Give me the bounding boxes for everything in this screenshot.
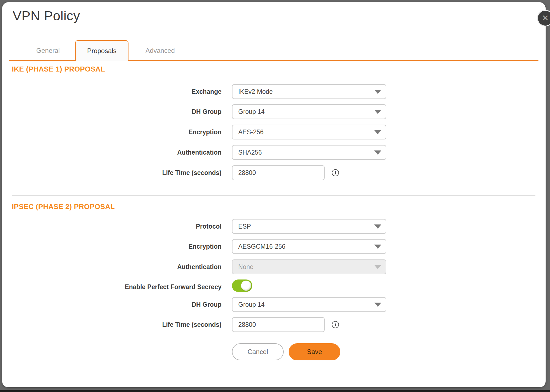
chevron-down-icon [374,303,381,307]
pfs-label: Enable Perfect Forward Secrecy [2,279,221,294]
cancel-button-label: Cancel [248,348,268,356]
chevron-down-icon [374,224,381,229]
phase2-authentication-select: None [232,259,386,274]
phase2-authentication-select-value: None [238,263,253,271]
phase2-section-heading: IPSEC (PHASE 2) PROPOSAL [12,202,115,211]
phase2-dh-group-select-value: Group 14 [238,301,265,308]
phase1-dh-group-label: DH Group [2,104,221,119]
chevron-down-icon [374,245,381,249]
phase1-encryption-select[interactable]: AES-256 [232,125,386,139]
phase1-life-time-input[interactable] [232,165,325,180]
save-button[interactable]: Save [289,343,340,360]
phase1-dh-group-select[interactable]: Group 14 [232,104,386,119]
tab-general-label: General [36,47,60,54]
phase2-dh-group-select[interactable]: Group 14 [232,297,386,312]
chevron-down-icon [374,150,381,155]
phase2-encryption-select-value: AESGCM16-256 [238,243,285,250]
chevron-down-icon [374,265,381,269]
phase1-authentication-select-value: SHA256 [238,149,262,156]
tab-bar: General Proposals Advanced [21,40,192,61]
phase1-life-time-label: Life Time (seconds) [2,165,221,180]
phase2-dh-group-label: DH Group [2,297,221,312]
chevron-down-icon [374,90,381,94]
tab-general[interactable]: General [21,40,75,61]
phase2-life-time-label: Life Time (seconds) [2,317,221,332]
section-divider [12,195,535,196]
phase2-life-time-input[interactable] [232,317,325,332]
phase2-authentication-label: Authentication [2,259,221,274]
phase2-encryption-label: Encryption [2,239,221,254]
tab-proposals[interactable]: Proposals [75,40,128,61]
phase1-section-heading: IKE (PHASE 1) PROPOSAL [12,65,105,73]
toggle-knob [241,281,251,291]
phase2-encryption-select[interactable]: AESGCM16-256 [232,239,386,254]
protocol-select-value: ESP [238,223,251,230]
chevron-down-icon [374,130,381,134]
exchange-label: Exchange [2,84,221,99]
pfs-toggle[interactable] [232,279,252,292]
phase1-encryption-label: Encryption [2,125,221,139]
exchange-select-value: IKEv2 Mode [238,88,273,95]
protocol-select[interactable]: ESP [232,219,386,234]
phase1-authentication-label: Authentication [2,145,221,160]
phase1-encryption-select-value: AES-256 [238,128,264,136]
chevron-down-icon [374,110,381,114]
info-icon[interactable]: i [332,169,339,176]
tab-proposals-label: Proposals [87,47,117,55]
page-title: VPN Policy [13,8,80,23]
exchange-select[interactable]: IKEv2 Mode [232,84,386,99]
info-icon[interactable]: i [332,321,339,328]
vpn-policy-dialog: VPN Policy General Proposals Advanced IK… [2,2,546,387]
tab-advanced[interactable]: Advanced [128,40,192,61]
close-x-glyph: ✕ [542,14,549,22]
cancel-button[interactable]: Cancel [232,343,284,360]
phase1-authentication-select[interactable]: SHA256 [232,145,386,160]
phase1-dh-group-select-value: Group 14 [238,108,265,116]
tab-advanced-label: Advanced [146,47,175,54]
save-button-label: Save [307,348,322,356]
protocol-label: Protocol [2,219,221,234]
